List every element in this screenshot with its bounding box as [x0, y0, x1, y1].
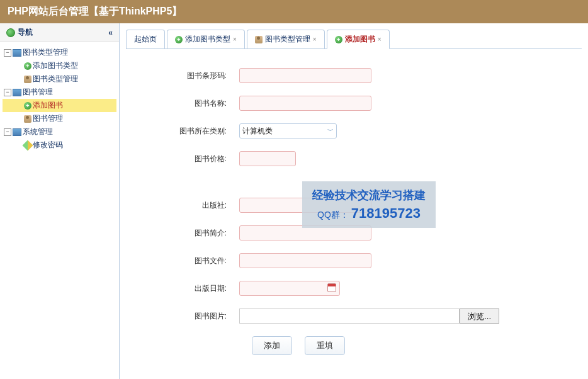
summary-label: 图书简介: — [164, 228, 239, 239]
file-label: 图书文件: — [164, 256, 239, 266]
tab-add-book[interactable]: 添加图书 × — [327, 30, 390, 49]
tree-node-add-book-type[interactable]: 添加图书类型 — [3, 59, 116, 72]
pubdate-input[interactable] — [239, 281, 340, 296]
price-input[interactable] — [239, 151, 296, 166]
tree-node-book-mgmt[interactable]: 图书管理 — [3, 86, 116, 99]
tab-home[interactable]: 起始页 — [126, 30, 165, 48]
tab-bar: 起始页 添加图书类型 × 图书类型管理 × 添加图书 × — [126, 30, 582, 49]
plus-icon — [24, 62, 31, 70]
header-title: PHP网站后台管理【基于ThinkPHP5】 — [8, 6, 182, 16]
close-icon[interactable]: × — [378, 36, 382, 43]
close-icon[interactable]: × — [233, 36, 237, 43]
content-area: 起始页 添加图书类型 × 图书类型管理 × 添加图书 × 图书条形码: — [120, 23, 588, 379]
sidebar-title: 导航 — [18, 27, 33, 38]
image-file-input[interactable] — [239, 308, 460, 324]
name-label: 图书名称: — [164, 98, 239, 109]
person-icon — [255, 36, 263, 43]
barcode-label: 图书条形码: — [164, 71, 239, 81]
tab-add-book-type[interactable]: 添加图书类型 × — [167, 30, 245, 48]
browse-button[interactable]: 浏览... — [460, 308, 499, 324]
toggle-icon[interactable] — [4, 89, 11, 96]
tree-node-book-list[interactable]: 图书管理 — [3, 112, 116, 125]
file-input[interactable] — [239, 253, 371, 268]
globe-icon — [6, 28, 15, 37]
pencil-icon — [23, 140, 33, 150]
tree-node-book-type-list[interactable]: 图书类型管理 — [3, 72, 116, 86]
submit-button[interactable]: 添加 — [252, 336, 292, 355]
toggle-icon[interactable] — [4, 49, 11, 57]
close-icon[interactable]: × — [313, 36, 317, 43]
tree-node-add-book[interactable]: 添加图书 — [3, 99, 116, 112]
tree-node-system-mgmt[interactable]: 系统管理 — [3, 125, 116, 139]
app-header: PHP网站后台管理【基于ThinkPHP5】 — [0, 0, 588, 23]
pubdate-label: 出版日期: — [164, 283, 239, 294]
image-label: 图书图片: — [164, 311, 239, 322]
publisher-label: 出版社: — [164, 200, 239, 211]
main-layout: 导航 « 图书类型管理 添加图书类型 图书类型管理 — [0, 23, 588, 379]
tree-node-book-type-mgmt[interactable]: 图书类型管理 — [3, 46, 116, 59]
category-label: 图书所在类别: — [164, 126, 239, 137]
toggle-icon[interactable] — [4, 128, 11, 136]
add-book-form: 图书条形码: 图书名称: 图书所在类别: 计算机类 ﹀ 图书价格: 出版社: — [126, 49, 582, 374]
nav-tree: 图书类型管理 添加图书类型 图书类型管理 图书管理 添加图书 — [0, 42, 119, 156]
tree-node-change-password[interactable]: 修改密码 — [3, 139, 116, 152]
collapse-icon[interactable]: « — [108, 28, 113, 37]
tab-book-type-mgmt[interactable]: 图书类型管理 × — [247, 30, 325, 48]
reset-button[interactable]: 重填 — [305, 336, 345, 355]
chevron-down-icon: ﹀ — [327, 127, 334, 135]
barcode-input[interactable] — [239, 68, 371, 83]
folder-icon — [13, 89, 21, 96]
person-icon — [24, 115, 31, 123]
sidebar-header: 导航 « — [0, 23, 119, 42]
plus-icon — [175, 36, 183, 43]
sidebar: 导航 « 图书类型管理 添加图书类型 图书类型管理 — [0, 23, 120, 379]
calendar-icon[interactable] — [327, 283, 336, 292]
watermark-overlay: 经验技术交流学习搭建 QQ群： 718195723 — [302, 181, 436, 228]
folder-icon — [13, 128, 21, 136]
plus-icon — [24, 102, 31, 110]
plus-icon — [335, 36, 342, 43]
person-icon — [24, 76, 31, 83]
name-input[interactable] — [239, 96, 371, 111]
folder-icon — [13, 49, 21, 57]
category-select[interactable]: 计算机类 ﹀ — [239, 123, 337, 139]
price-label: 图书价格: — [164, 154, 239, 164]
